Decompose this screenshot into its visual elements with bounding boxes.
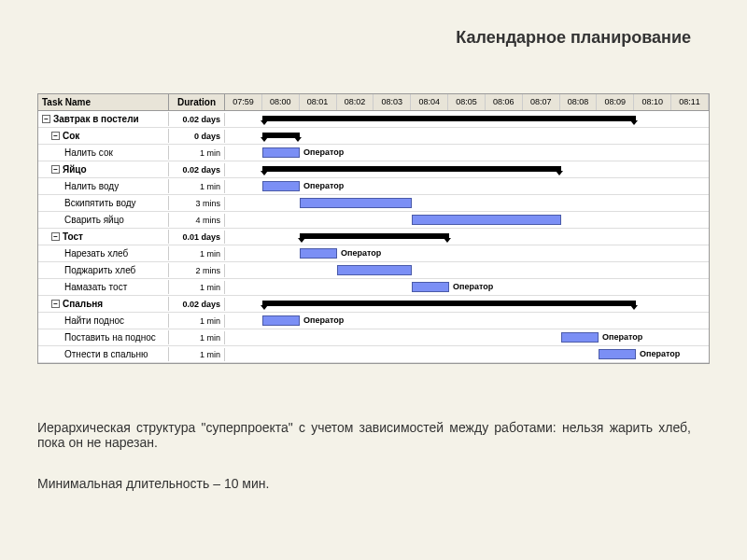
task-name-cell[interactable]: −Тост [38, 230, 169, 244]
task-resource-label: Оператор [341, 248, 381, 258]
task-name-label: Найти поднос [64, 315, 124, 326]
gantt-row: Налить сок1 minОператор [38, 145, 709, 161]
task-bar[interactable] [300, 248, 337, 259]
summary-bar[interactable] [300, 233, 449, 239]
time-tick: 08:05 [448, 94, 486, 110]
task-name-label: Сварить яйцо [64, 215, 124, 225]
task-name-cell[interactable]: Сварить яйцо [38, 213, 169, 227]
task-duration-cell: 1 min [169, 331, 225, 344]
task-name-label: Налить воду [64, 181, 119, 191]
task-bar[interactable] [300, 198, 412, 208]
timescale: 07:5908:0008:0108:0208:0308:0408:0508:06… [225, 94, 709, 110]
task-duration-cell: 0.02 days [169, 113, 225, 126]
task-name-cell[interactable]: −Сок [38, 129, 169, 143]
task-bar-area: Оператор [225, 329, 709, 345]
task-name-label: Поставить на поднос [64, 332, 156, 343]
task-name-cell[interactable]: Поджарить хлеб [38, 263, 169, 277]
task-name-cell[interactable]: Найти поднос [38, 314, 169, 328]
expander-icon[interactable]: − [51, 300, 60, 308]
gantt-row: Сварить яйцо4 mins [38, 212, 709, 229]
task-duration-cell: 4 mins [169, 214, 225, 227]
task-resource-label: Оператор [602, 332, 642, 342]
task-name-label: Нарезать хлеб [64, 248, 128, 259]
gantt-row: Вскипятить воду3 mins [38, 195, 709, 212]
gantt-header: Task Name Duration 07:5908:0008:0108:020… [38, 94, 709, 111]
task-resource-label: Оператор [303, 147, 344, 157]
time-tick: 08:09 [597, 94, 634, 110]
expander-icon[interactable]: − [51, 165, 60, 174]
gantt-chart: Task Name Duration 07:5908:0008:0108:020… [37, 93, 710, 364]
task-bar[interactable] [599, 349, 636, 359]
page-title: Календарное планирование [456, 28, 691, 48]
gantt-row: Поставить на поднос1 minОператор [38, 329, 709, 346]
task-bar[interactable] [412, 282, 449, 292]
task-bar-area [225, 229, 709, 245]
task-bar-area: Оператор [225, 346, 709, 362]
task-name-cell[interactable]: Вскипятить воду [38, 196, 169, 210]
task-name-cell[interactable]: Отнести в спальню [38, 347, 169, 361]
task-duration-cell: 3 mins [169, 197, 225, 210]
task-duration-cell: 0.02 days [169, 298, 225, 311]
task-duration-cell: 2 mins [169, 264, 225, 277]
time-tick: 08:01 [300, 94, 337, 110]
task-bar-area [225, 262, 709, 278]
summary-bar[interactable] [262, 301, 636, 306]
task-name-cell[interactable]: −Завтрак в постели [38, 112, 169, 126]
col-header-duration[interactable]: Duration [169, 94, 225, 110]
task-bar[interactable] [337, 265, 412, 275]
gantt-row: −Спальня0.02 days [38, 296, 709, 313]
gantt-row: Налить воду1 minОператор [38, 178, 709, 195]
time-tick: 08:04 [411, 94, 448, 110]
time-tick: 08:11 [671, 94, 709, 110]
gantt-row: Поджарить хлеб2 mins [38, 262, 709, 279]
caption-duration: Минимальная длительность – 10 мин. [37, 476, 269, 491]
task-duration-cell: 1 min [169, 180, 225, 193]
task-bar[interactable] [262, 181, 300, 191]
task-name-cell[interactable]: Налить воду [38, 179, 169, 193]
col-header-name[interactable]: Task Name [38, 94, 169, 110]
task-bar[interactable] [561, 332, 599, 343]
task-duration-cell: 0 days [169, 130, 225, 143]
task-bar-area: Оператор [225, 313, 709, 329]
task-duration-cell: 1 min [169, 315, 225, 328]
expander-icon[interactable]: − [42, 115, 50, 123]
task-name-cell[interactable]: −Яйцо [38, 162, 169, 176]
task-name-label: Поджарить хлеб [64, 265, 135, 275]
task-name-cell[interactable]: Нарезать хлеб [38, 246, 169, 260]
expander-icon[interactable]: − [51, 232, 60, 241]
task-duration-cell: 1 min [169, 247, 225, 260]
task-duration-cell: 0.02 days [169, 163, 225, 176]
task-name-cell[interactable]: −Спальня [38, 297, 169, 311]
gantt-row: Отнести в спальню1 minОператор [38, 346, 709, 363]
time-tick: 08:06 [486, 94, 523, 110]
task-name-label: Налить сок [64, 147, 113, 158]
task-name-label: Спальня [63, 299, 103, 309]
task-name-cell[interactable]: Поставить на поднос [38, 330, 169, 344]
task-bar-area [225, 195, 709, 211]
task-bar[interactable] [262, 315, 300, 326]
time-tick: 08:02 [337, 94, 374, 110]
task-name-label: Намазать тост [64, 282, 127, 292]
task-duration-cell: 0.01 days [169, 231, 225, 244]
gantt-row: −Тост0.01 days [38, 229, 709, 245]
summary-bar[interactable] [262, 166, 561, 172]
task-name-cell[interactable]: Налить сок [38, 146, 169, 160]
task-resource-label: Оператор [303, 181, 344, 190]
summary-bar[interactable] [262, 133, 300, 138]
task-name-label: Завтрак в постели [53, 114, 139, 124]
task-name-cell[interactable]: Намазать тост [38, 280, 169, 294]
task-duration-cell: 1 min [169, 147, 225, 160]
gantt-row: Нарезать хлеб1 minОператор [38, 245, 709, 262]
expander-icon[interactable]: − [51, 132, 60, 140]
gantt-row: −Яйцо0.02 days [38, 161, 709, 178]
task-bar[interactable] [412, 215, 561, 225]
task-resource-label: Оператор [303, 315, 344, 325]
task-bar-area: Оператор [225, 178, 709, 194]
task-name-label: Яйцо [63, 164, 87, 175]
task-duration-cell: 1 min [169, 281, 225, 294]
task-bar-area [225, 111, 709, 127]
task-bar[interactable] [262, 147, 300, 158]
task-bar-area: Оператор [225, 145, 709, 161]
summary-bar[interactable] [262, 116, 636, 121]
task-bar-area [225, 128, 709, 144]
